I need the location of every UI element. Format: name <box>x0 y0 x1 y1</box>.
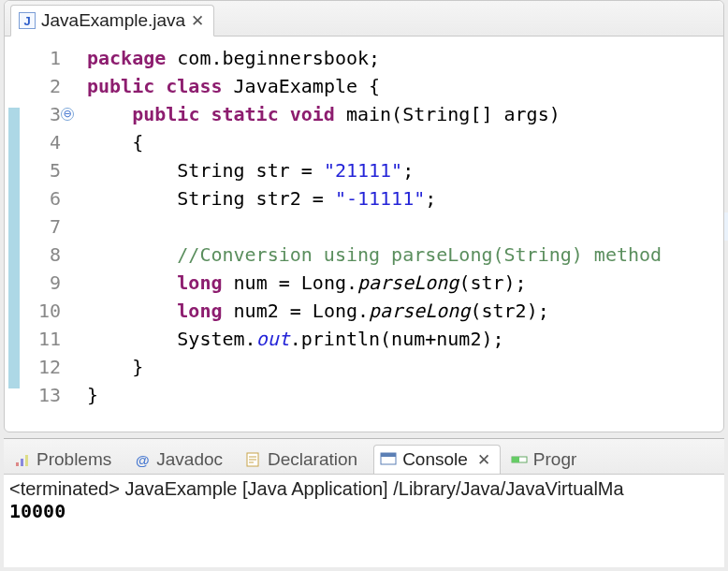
close-icon[interactable]: ✕ <box>477 450 488 470</box>
change-marker <box>8 108 20 136</box>
progress-icon <box>511 451 528 468</box>
change-marker <box>8 332 20 360</box>
svg-rect-7 <box>512 457 519 462</box>
declaration-icon <box>245 451 262 468</box>
code-line[interactable]: long num = Long.parseLong(str); <box>87 269 723 297</box>
console-icon <box>380 451 397 468</box>
code-line[interactable]: } <box>87 381 723 409</box>
tab-problems[interactable]: Problems <box>7 445 124 474</box>
tab-console[interactable]: Console ✕ <box>373 445 501 475</box>
change-marker <box>8 136 20 164</box>
line-number: 4 <box>25 128 61 156</box>
code-line[interactable]: long num2 = Long.parseLong(str2); <box>87 297 723 325</box>
line-number: 5 <box>25 156 61 184</box>
change-marker <box>8 276 20 304</box>
change-marker <box>8 248 20 276</box>
tab-progress[interactable]: Progr <box>504 445 589 474</box>
line-number: 8 <box>25 241 61 269</box>
editor-tab-filename: JavaExample.java <box>41 10 185 31</box>
bottom-pane: Problems @ Javadoc Declaration Console ✕… <box>4 438 724 567</box>
editor-tab-bar: J JavaExample.java ✕ <box>5 1 723 37</box>
close-icon[interactable]: ✕ <box>191 11 202 31</box>
svg-rect-5 <box>381 453 396 457</box>
svg-rect-2 <box>25 455 28 466</box>
line-number: 11 <box>25 325 61 353</box>
editor-pane: J JavaExample.java ✕ 123⊖45678910111213 … <box>4 0 724 432</box>
code-line[interactable]: //Conversion using parseLong(String) met… <box>87 241 723 269</box>
line-number: 3⊖ <box>25 100 61 128</box>
line-number: 13 <box>25 381 61 409</box>
console-status: <terminated> JavaExample [Java Applicati… <box>9 478 719 500</box>
marker-column <box>5 44 25 409</box>
tab-console-label: Console <box>402 449 468 470</box>
change-marker <box>8 164 20 192</box>
change-marker <box>8 360 20 388</box>
tab-problems-label: Problems <box>36 449 111 470</box>
code-line[interactable]: package com.beginnersbook; <box>87 44 723 72</box>
tab-progress-label: Progr <box>533 449 576 470</box>
line-number: 7 <box>25 212 61 241</box>
tab-javadoc[interactable]: @ Javadoc <box>127 445 235 474</box>
change-marker <box>8 304 20 332</box>
console-body: <terminated> JavaExample [Java Applicati… <box>4 475 724 526</box>
code-line[interactable] <box>87 212 723 241</box>
code-line[interactable]: { <box>87 128 723 156</box>
svg-rect-1 <box>21 459 23 466</box>
javadoc-icon: @ <box>134 451 151 468</box>
java-file-icon: J <box>19 12 36 29</box>
code-line[interactable]: public static void main(String[] args) <box>87 100 723 128</box>
line-number: 2 <box>25 72 61 100</box>
line-number: 12 <box>25 353 61 381</box>
fold-column <box>68 44 87 409</box>
line-number: 1 <box>25 44 61 72</box>
line-number: 6 <box>25 184 61 212</box>
code-line[interactable]: System.out.println(num+num2); <box>87 325 723 353</box>
tab-javadoc-label: Javadoc <box>156 449 223 470</box>
line-number: 9 <box>25 269 61 297</box>
svg-rect-0 <box>16 462 19 466</box>
code-content[interactable]: package com.beginnersbook;public class J… <box>87 44 723 409</box>
code-line[interactable]: String str = "21111"; <box>87 156 723 184</box>
line-number-gutter: 123⊖45678910111213 <box>25 44 68 409</box>
code-area[interactable]: 123⊖45678910111213 package com.beginners… <box>5 37 723 409</box>
code-line[interactable]: } <box>87 353 723 381</box>
line-number: 10 <box>25 297 61 325</box>
change-marker <box>8 220 20 248</box>
code-line[interactable]: public class JavaExample { <box>87 72 723 100</box>
change-marker <box>8 192 20 220</box>
tab-declaration[interactable]: Declaration <box>239 445 370 474</box>
code-line[interactable]: String str2 = "-11111"; <box>87 184 723 212</box>
console-output: 10000 <box>9 500 719 522</box>
fold-toggle-icon[interactable]: ⊖ <box>61 108 74 121</box>
tab-declaration-label: Declaration <box>268 449 357 470</box>
problems-icon <box>14 451 31 468</box>
bottom-tab-bar: Problems @ Javadoc Declaration Console ✕… <box>4 439 724 475</box>
editor-tab[interactable]: J JavaExample.java ✕ <box>10 5 214 37</box>
